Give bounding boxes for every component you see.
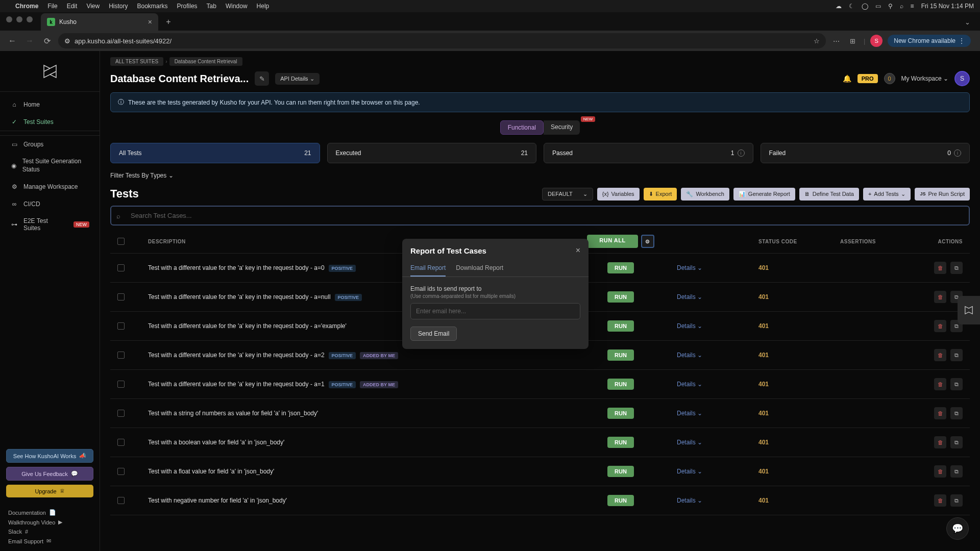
row-checkbox[interactable] xyxy=(117,410,125,417)
delete-button[interactable]: 🗑 xyxy=(934,494,946,507)
row-checkbox[interactable] xyxy=(117,497,125,504)
details-link[interactable]: Details ⌄ xyxy=(677,439,702,446)
menu-history[interactable]: History xyxy=(109,3,128,10)
email-input[interactable] xyxy=(410,303,580,319)
copy-button[interactable]: ⧉ xyxy=(950,465,963,478)
menu-profiles[interactable]: Profiles xyxy=(177,3,198,10)
copy-button[interactable]: ⧉ xyxy=(950,407,963,419)
footer-video[interactable]: Walkthrough Video ▶ xyxy=(8,517,91,527)
select-all-checkbox[interactable] xyxy=(117,238,125,245)
menu-tab[interactable]: Tab xyxy=(207,3,216,10)
battery-icon[interactable]: ▭ xyxy=(875,3,881,10)
new-tab-button[interactable]: + xyxy=(161,15,176,29)
environment-select[interactable]: DEFAULT⌄ xyxy=(542,188,593,201)
delete-button[interactable]: 🗑 xyxy=(934,436,946,448)
run-button[interactable]: RUN xyxy=(607,262,634,273)
moon-icon[interactable]: ☾ xyxy=(849,3,854,10)
info-icon[interactable]: i xyxy=(738,149,745,157)
define-test-data-button[interactable]: 🗎Define Test Data xyxy=(799,188,859,201)
row-checkbox[interactable] xyxy=(117,322,125,330)
sidebar-item-manage-workspace[interactable]: ⚙Manage Workspace xyxy=(0,178,100,195)
sidebar-item-groups[interactable]: ▭Groups xyxy=(0,136,100,153)
send-email-button[interactable]: Send Email xyxy=(410,327,457,341)
credits-badge[interactable]: 0 xyxy=(884,73,895,84)
sidebar-item-test-suites[interactable]: ✓Test Suites xyxy=(0,113,100,131)
delete-button[interactable]: 🗑 xyxy=(934,320,946,332)
menu-window[interactable]: Window xyxy=(226,3,248,10)
run-button[interactable]: RUN xyxy=(607,379,634,390)
row-checkbox[interactable] xyxy=(117,293,125,300)
logo-area[interactable] xyxy=(0,51,100,92)
wifi-icon[interactable]: ⚲ xyxy=(888,3,893,10)
bell-icon[interactable]: 🔔 xyxy=(843,74,851,83)
run-all-button[interactable]: RUN ALL xyxy=(587,235,638,248)
copy-button[interactable]: ⧉ xyxy=(950,436,963,448)
tab-functional[interactable]: Functional xyxy=(500,120,544,135)
row-checkbox[interactable] xyxy=(117,439,125,446)
app-name[interactable]: Chrome xyxy=(15,3,38,10)
back-button[interactable]: ← xyxy=(6,35,18,47)
cloud-icon[interactable]: ☁ xyxy=(836,3,842,10)
api-details-button[interactable]: API Details ⌄ xyxy=(275,73,319,85)
stat-all-tests[interactable]: All Tests21 xyxy=(110,143,320,163)
footer-slack[interactable]: Slack # xyxy=(8,527,91,536)
menu-file[interactable]: File xyxy=(47,3,57,10)
close-icon[interactable]: × xyxy=(576,246,580,255)
sidebar-item-home[interactable]: ⌂Home xyxy=(0,96,100,113)
stat-passed[interactable]: Passed1i xyxy=(544,143,753,163)
info-icon[interactable]: i xyxy=(954,149,961,157)
run-button[interactable]: RUN xyxy=(607,466,634,477)
run-button[interactable]: RUN xyxy=(607,320,634,332)
profile-avatar[interactable]: S xyxy=(870,35,883,47)
share-icon[interactable]: ⋯ xyxy=(831,35,842,46)
menu-view[interactable]: View xyxy=(86,3,100,10)
run-button[interactable]: RUN xyxy=(607,495,634,506)
window-controls[interactable] xyxy=(6,16,33,22)
delete-button[interactable]: 🗑 xyxy=(934,291,946,303)
menu-help[interactable]: Help xyxy=(257,3,270,10)
footer-email[interactable]: Email Support ✉ xyxy=(8,536,91,546)
edit-title-button[interactable]: ✎ xyxy=(255,71,269,86)
details-link[interactable]: Details ⌄ xyxy=(677,293,702,300)
details-link[interactable]: Details ⌄ xyxy=(677,468,702,475)
row-checkbox[interactable] xyxy=(117,468,125,475)
side-panel-toggle[interactable] xyxy=(958,296,980,324)
control-center-icon[interactable]: ≡ xyxy=(911,3,914,10)
run-button[interactable]: RUN xyxy=(607,437,634,448)
details-link[interactable]: Details ⌄ xyxy=(677,497,702,504)
tab-security[interactable]: Security NEW xyxy=(544,120,580,135)
user-icon[interactable]: ◯ xyxy=(862,3,868,10)
details-link[interactable]: Details ⌄ xyxy=(677,352,702,359)
copy-button[interactable]: ⧉ xyxy=(950,262,963,274)
stat-failed[interactable]: Failed0i xyxy=(761,143,970,163)
browser-tab[interactable]: k Kusho × xyxy=(41,13,158,31)
details-link[interactable]: Details ⌄ xyxy=(677,264,702,271)
row-checkbox[interactable] xyxy=(117,352,125,359)
sidebar-item-cicd[interactable]: ∞CI/CD xyxy=(0,195,100,213)
row-checkbox[interactable] xyxy=(117,381,125,388)
workbench-button[interactable]: 🔧Workbench xyxy=(681,188,729,201)
address-bar[interactable]: ⚙ app.kusho.ai/all-test-suites/4922/ ☆ xyxy=(58,33,826,48)
extensions-icon[interactable]: ⊞ xyxy=(847,35,859,46)
delete-button[interactable]: 🗑 xyxy=(934,262,946,274)
run-button[interactable]: RUN xyxy=(607,408,634,419)
pre-run-script-button[interactable]: JSPre Run Script xyxy=(915,188,970,201)
promo-how-works[interactable]: See How KushoAI Works📣 xyxy=(6,449,93,463)
modal-tab-email[interactable]: Email Report xyxy=(410,260,446,277)
modal-tab-download[interactable]: Download Report xyxy=(456,260,503,277)
promo-feedback[interactable]: Give Us Feedback💬 xyxy=(6,467,93,481)
footer-docs[interactable]: Documentation 📄 xyxy=(8,508,91,517)
details-link[interactable]: Details ⌄ xyxy=(677,410,702,417)
generate-report-button[interactable]: 📊Generate Report xyxy=(733,188,795,201)
run-button[interactable]: RUN xyxy=(607,291,634,303)
user-avatar[interactable]: S xyxy=(954,71,970,86)
crumb-root[interactable]: ALL TEST SUITES xyxy=(110,57,163,66)
delete-button[interactable]: 🗑 xyxy=(934,349,946,361)
filter-dropdown[interactable]: Filter Tests By Types ⌄ xyxy=(110,172,174,179)
bookmark-star-icon[interactable]: ☆ xyxy=(814,37,820,45)
details-link[interactable]: Details ⌄ xyxy=(677,322,702,330)
export-button[interactable]: ⬇Export xyxy=(644,188,677,201)
run-settings-button[interactable]: ⚙ xyxy=(641,235,654,248)
delete-button[interactable]: 🗑 xyxy=(934,407,946,419)
delete-button[interactable]: 🗑 xyxy=(934,378,946,390)
